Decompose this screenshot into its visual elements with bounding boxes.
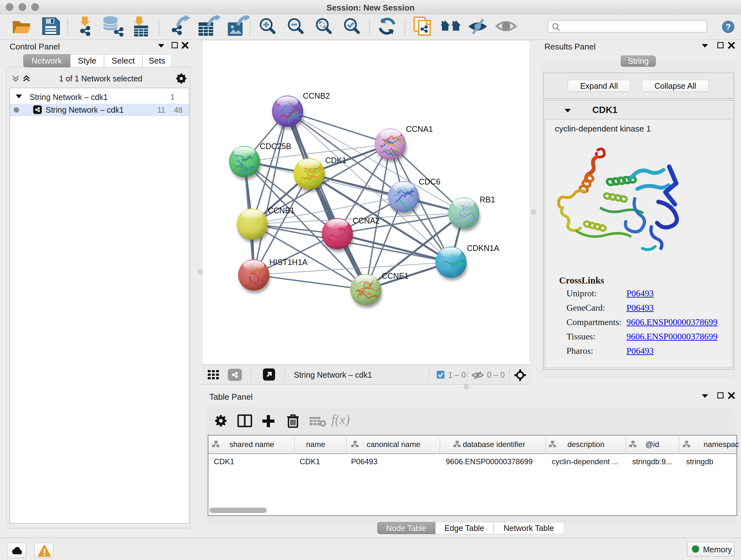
svg-text:?: ? [726,22,731,32]
svg-text:CCNB1: CCNB1 [268,206,295,215]
svg-text:CDC6: CDC6 [419,177,441,186]
svg-text:CCNA2: CCNA2 [353,216,380,225]
svg-text:RB1: RB1 [480,195,495,204]
svg-text:CCNA1: CCNA1 [406,125,433,133]
svg-text:CDK1: CDK1 [325,156,347,165]
svg-text:CCNE1: CCNE1 [382,271,409,280]
svg-text:CDC25B: CDC25B [260,142,291,151]
svg-text:HIST1H1A: HIST1H1A [269,258,308,266]
svg-text:CCNB2: CCNB2 [303,91,330,100]
svg-text:CDKN1A: CDKN1A [467,244,499,253]
